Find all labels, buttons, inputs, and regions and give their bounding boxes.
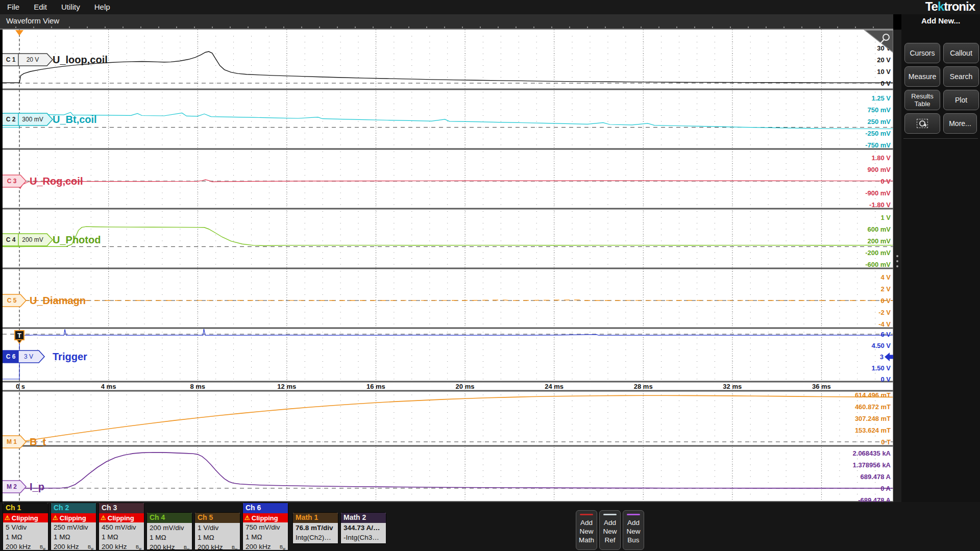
tick-c6: 0 V — [880, 375, 891, 383]
warning-icon: ⚠ — [244, 514, 250, 521]
scope-badge-ch6[interactable]: Ch 6 ⚠Clipping 750 mV/div1 MΩ200 kHzBw — [242, 503, 288, 550]
grid-dots — [19, 36, 875, 83]
scope-badge-ch2[interactable]: Ch 2 ⚠Clipping 250 mV/div1 MΩ200 kHzBw — [51, 503, 96, 550]
time-tick: 20 ms — [456, 383, 475, 390]
channel-label-c3[interactable]: U_Rog,coil — [30, 176, 83, 187]
trigger-marker-icon[interactable] — [15, 30, 23, 36]
clipping-warning: ⚠Clipping — [99, 513, 144, 522]
channel-label-c2[interactable]: U_Bt,coil — [53, 114, 97, 125]
tick-m1: 460.872 mT — [855, 403, 891, 411]
scope-badge-math2[interactable]: Math 2 344.73 A/…-Intg(Ch3… — [340, 512, 386, 544]
tick-c2: 1.25 V — [871, 94, 891, 102]
sidebar: Add New... CursorsCalloutMeasureSearchRe… — [901, 14, 980, 502]
sidebar-divider — [903, 138, 978, 139]
tick-m1: 307.248 mT — [855, 415, 891, 422]
trace-c2 — [3, 112, 893, 129]
badge-row: 450 mV/div — [99, 522, 144, 532]
channel-badge-c5[interactable]: C 5 — [3, 294, 26, 307]
tick-c2: -250 mV — [865, 130, 891, 137]
scope-badge-ch5[interactable]: Ch 5 1 V/div1 MΩ200 kHzBw — [194, 512, 240, 550]
badge-row: 1 V/div — [195, 523, 240, 533]
menu-item-help[interactable]: Help — [87, 0, 117, 14]
channel-badge-c3[interactable]: C 3 — [3, 175, 26, 187]
badge-title: Ch 3 — [99, 503, 144, 513]
tick-c4: -600 mV — [865, 261, 891, 268]
scope-badge-math1[interactable]: Math 1 76.8 mT/divIntg(Ch2)… — [292, 512, 338, 544]
badge-row: 200 kHzBw — [51, 542, 96, 550]
sidebar-button-measure[interactable]: Measure — [904, 66, 940, 87]
warning-icon: ⚠ — [53, 514, 58, 521]
badge-row: 1 MΩ — [51, 532, 96, 542]
trigger-source-icon[interactable]: T — [15, 331, 24, 343]
svg-text:M 2: M 2 — [7, 483, 17, 490]
more-button[interactable]: More... — [943, 113, 977, 134]
channel-label-c5[interactable]: U_Diamagn — [30, 295, 86, 306]
drag-handle-icon[interactable] — [896, 255, 898, 257]
channel-badge-c1[interactable]: C 120 V — [3, 54, 53, 66]
channel-label-c1[interactable]: U_loop,coil — [53, 54, 108, 65]
channel-badge-c4[interactable]: C 4200 mV — [3, 234, 53, 246]
tick-c3: 0 V — [880, 178, 891, 185]
channel-badge-c2[interactable]: C 2300 mV — [3, 113, 53, 126]
sidebar-button-callout[interactable]: Callout — [943, 43, 979, 63]
trace-m1 — [3, 395, 893, 442]
page-title: Waveform View — [6, 16, 59, 25]
tick-c3: 900 mV — [867, 166, 891, 173]
scope-badge-ch1[interactable]: Ch 1 ⚠Clipping 5 V/div1 MΩ200 kHzBw — [3, 503, 48, 550]
bottom-settings-bar: Ch 1 ⚠Clipping 5 V/div1 MΩ200 kHzBw Ch 2… — [0, 502, 980, 551]
bandwidth-icon: Bw — [184, 543, 189, 550]
record-ruler-ticks — [15, 27, 891, 28]
tick-c1: 10 V — [877, 68, 891, 76]
badge-title: Math 2 — [341, 513, 386, 523]
badge-title: Math 1 — [293, 513, 338, 523]
waveform-view-tab[interactable]: Waveform View T — [0, 14, 893, 30]
scope-badge-ch4[interactable]: Ch 4 200 mV/div1 MΩ200 kHzBw — [146, 512, 192, 550]
time-tick: 4 ms — [101, 383, 116, 390]
add-new-header: Add New... — [901, 16, 980, 25]
tick-m2: 0 A — [880, 485, 891, 492]
waveform-plot[interactable]: 30 V20 V10 V0 V1.25 V750 mV250 mV-250 mV… — [3, 30, 893, 502]
svg-text:T: T — [17, 332, 21, 339]
add-new-bus-button[interactable]: AddNewBus — [623, 510, 644, 550]
add-new-ref-button[interactable]: AddNewRef — [599, 510, 621, 550]
channel-badge-m2[interactable]: M 2 — [3, 481, 26, 493]
zoom-select-button[interactable] — [904, 113, 940, 134]
trace-m2 — [3, 453, 893, 488]
tick-c1: 0 V — [880, 80, 891, 87]
tick-c1: 20 V — [877, 56, 891, 64]
sidebar-button-cursors[interactable]: Cursors — [904, 43, 940, 63]
sidebar-button-search[interactable]: Search — [943, 66, 979, 87]
channel-label-c6[interactable]: Trigger — [53, 351, 87, 362]
menu-item-utility[interactable]: Utility — [54, 0, 87, 14]
grid-dots — [19, 212, 875, 265]
channel-badge-c6[interactable]: C 63 V — [3, 350, 44, 363]
time-tick: 16 ms — [366, 383, 385, 390]
bandwidth-icon: Bw — [88, 542, 93, 550]
sidebar-button-plot[interactable]: Plot — [943, 90, 979, 110]
scope-badge-ch3[interactable]: Ch 3 ⚠Clipping 450 mV/div1 MΩ200 kHzBw — [99, 503, 144, 550]
channel-badge-m1[interactable]: M 1 — [3, 436, 26, 448]
badge-title: Ch 1 — [3, 503, 48, 513]
plot-right-gutter — [893, 30, 901, 502]
tick-c3: -1.80 V — [869, 201, 891, 209]
add-new-math-button[interactable]: AddNewMath — [576, 510, 597, 550]
badge-row: -Intg(Ch3… — [341, 533, 386, 542]
grid-dots — [19, 395, 875, 442]
trigger-level-icon[interactable] — [885, 353, 893, 361]
tick-c4: 1 V — [880, 214, 891, 221]
menu-item-file[interactable]: File — [0, 0, 27, 14]
sidebar-button-results-table[interactable]: ResultsTable — [904, 90, 940, 110]
tick-m1: 0 T — [881, 438, 891, 446]
time-tick: 8 ms — [190, 383, 205, 390]
menu-item-edit[interactable]: Edit — [27, 0, 54, 14]
time-tick: 28 ms — [634, 383, 653, 390]
channel-label-m2[interactable]: I_p — [30, 481, 44, 492]
tick-c2: 250 mV — [867, 118, 891, 126]
tick-c2: -750 mV — [865, 141, 891, 149]
badge-row: 750 mV/div — [243, 522, 288, 532]
channel-label-m1[interactable]: B_t — [30, 436, 46, 447]
tick-m1: 153.624 mT — [855, 427, 891, 434]
channel-label-c4[interactable]: U_Photod — [53, 234, 101, 245]
grid-dots — [19, 152, 875, 205]
zoom-select-icon — [917, 119, 928, 128]
